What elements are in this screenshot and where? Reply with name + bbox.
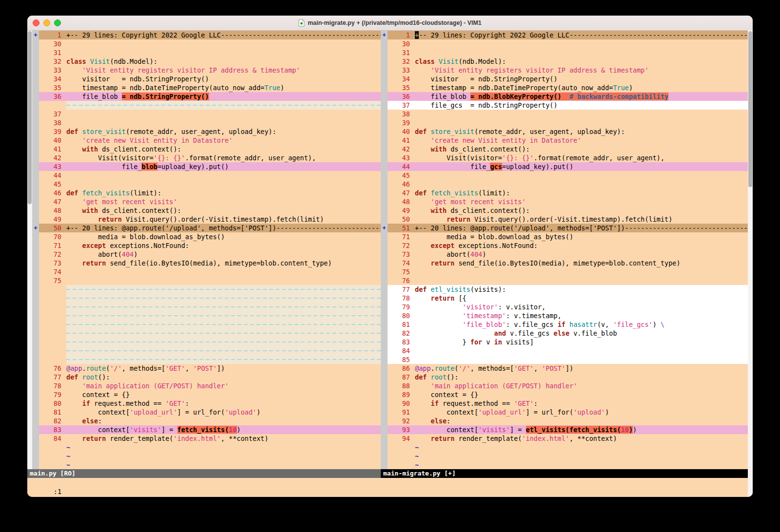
code-line[interactable]: 32class Visit(ndb.Model): [381, 57, 753, 66]
code-line[interactable]: 94 return render_template('index.html', … [381, 434, 753, 443]
code-line[interactable]: 75 [381, 267, 753, 276]
code-line[interactable]: 80 if request.method == 'GET': [32, 399, 381, 408]
code-line[interactable]: 76@app.route('/', methods=['GET', 'POST'… [32, 364, 381, 373]
code-line[interactable]: 93 context['visits'] = etl_visits(fetch_… [381, 425, 753, 434]
code-line[interactable]: 78 'main application (GET/POST) handler' [32, 381, 381, 390]
code-line[interactable]: 82 and v.file_gcs else v.file_blob [381, 329, 753, 338]
code-line[interactable]: 84 [381, 346, 753, 355]
code-line[interactable]: 41 with ds_client.context(): [32, 145, 381, 153]
code-line[interactable]: 33 'Visit entity registers visitor IP ad… [381, 66, 753, 75]
code-line[interactable]: 77def root(): [32, 373, 381, 381]
code-line[interactable]: 41 'create new Visit entity in Datastore… [381, 136, 753, 145]
code-line[interactable]: 47 'get most recent visits' [32, 197, 381, 206]
code-line[interactable]: 82 else: [32, 417, 381, 425]
code-line[interactable]: 30 [32, 39, 381, 48]
code-line[interactable]: 83 context['visits'] = fetch_visits(10) [32, 425, 381, 434]
code-line[interactable]: 34 visitor = ndb.StringProperty() [32, 75, 381, 83]
minimize-button[interactable] [43, 19, 50, 26]
code-line[interactable]: 36 file_blob = ndb.BlobKeyProperty() # b… [381, 92, 753, 101]
right-scrollbar-thumb[interactable] [748, 31, 752, 187]
code-line[interactable]: 77def etl_visits(visits): [381, 285, 753, 294]
code-line[interactable]: 73 abort(404) [381, 250, 753, 259]
code-line[interactable]: 43 file_blob=upload_key).put() [32, 162, 381, 171]
code-line[interactable]: 79 context = {} [32, 390, 381, 399]
statusline-main-py[interactable]: main.py [RO] [27, 469, 381, 478]
left-scrollbar-thumb[interactable] [28, 31, 32, 204]
code-line[interactable]: 84 return render_template('index.html', … [32, 434, 381, 443]
fold-indicator-icon[interactable]: + [32, 31, 39, 39]
code-line[interactable]: 40def store_visit(remote_addr, user_agen… [381, 127, 753, 136]
code-line[interactable]: 74 return send_file(io.BytesIO(media), m… [381, 259, 753, 267]
code-line[interactable]: 33 'Visit entity registers visitor IP ad… [32, 66, 381, 75]
code-line[interactable]: 43 Visit(visitor='{}: {}'.format(remote_… [381, 153, 753, 162]
code-line[interactable]: 45 [32, 180, 381, 189]
code-line[interactable]: 87def root(): [381, 373, 753, 381]
code-line[interactable]: 39 [381, 118, 753, 127]
right-scrollbar[interactable] [748, 30, 753, 497]
zoom-button[interactable] [54, 19, 61, 26]
code-line[interactable]: 72 except exceptions.NotFound: [381, 241, 753, 250]
code-line[interactable]: 50 return Visit.query().order(-Visit.tim… [381, 215, 753, 224]
fold-indicator-icon[interactable]: + [32, 224, 39, 232]
code-line[interactable]: 86@app.route('/', methods=['GET', 'POST'… [381, 364, 753, 373]
code-line[interactable]: 79 'visitor': v.visitor, [381, 303, 753, 311]
code-line[interactable]: 46 [381, 180, 753, 189]
code-line[interactable]: 91 context['upload_url'] = url_for('uplo… [381, 408, 753, 417]
code-line[interactable]: 49 with ds_client.context(): [381, 206, 753, 215]
statusline-main-migrate-py[interactable]: main-migrate.py [+] [381, 469, 753, 478]
code-line[interactable]: 35 timestamp = ndb.DateTimeProperty(auto… [32, 83, 381, 92]
code-line[interactable]: 31 [381, 48, 753, 57]
code-line[interactable]: 74 [32, 267, 381, 276]
code-line[interactable]: +50+-- 20 lines: @app.route('/upload', m… [32, 224, 381, 232]
code-line[interactable]: 37 file_gcs = ndb.StringProperty() [381, 101, 753, 110]
code-line[interactable]: 78 return [{ [381, 294, 753, 303]
code-line[interactable]: 71 media = blob.download_as_bytes() [381, 232, 753, 241]
code-line[interactable]: 92 else: [381, 417, 753, 425]
code-line[interactable]: 46def fetch_visits(limit): [32, 189, 381, 197]
code-line[interactable]: 31 [32, 48, 381, 57]
code-line[interactable]: 85 [381, 355, 753, 364]
code-line[interactable]: 38 [32, 118, 381, 127]
code-line[interactable]: 49 return Visit.query().order(-Visit.tim… [32, 215, 381, 224]
line-number: 33 [39, 66, 66, 75]
code-line[interactable]: 40 'create new Visit entity in Datastore… [32, 136, 381, 145]
code-line[interactable]: 72 abort(404) [32, 250, 381, 259]
fold-indicator-icon[interactable]: + [381, 31, 388, 39]
code-line[interactable]: 81 context['upload_url'] = url_for('uplo… [32, 408, 381, 417]
code-line[interactable]: 76 [381, 276, 753, 285]
code-line[interactable]: 37 [32, 110, 381, 118]
code-line[interactable]: 38 [381, 110, 753, 118]
code-line[interactable]: 47def fetch_visits(limit): [381, 189, 753, 197]
code-line[interactable]: 70 media = blob.download_as_bytes() [32, 232, 381, 241]
code-line[interactable]: 48 'get most recent visits' [381, 197, 753, 206]
code-line[interactable]: 90 if request.method == 'GET': [381, 399, 753, 408]
code-line[interactable]: 32class Visit(ndb.Model): [32, 57, 381, 66]
command-line[interactable]: :1 [27, 478, 753, 497]
code-line[interactable]: 73 return send_file(io.BytesIO(media), m… [32, 259, 381, 267]
code-line[interactable]: 42 with ds_client.context(): [381, 145, 753, 153]
close-button[interactable] [33, 19, 39, 26]
code-line[interactable]: 39def store_visit(remote_addr, user_agen… [32, 127, 381, 136]
code-line[interactable]: 30 [381, 39, 753, 48]
code-line[interactable]: +1+-- 29 lines: Copyright 2022 Google LL… [32, 31, 381, 39]
code-line[interactable]: 34 visitor = ndb.StringProperty() [381, 75, 753, 83]
code-line[interactable]: +51+-- 20 lines: @app.route('/upload', m… [381, 224, 753, 232]
code-line[interactable]: 42 Visit(visitor='{}: {}'.format(remote_… [32, 153, 381, 162]
line-number: 31 [388, 48, 415, 57]
left-scrollbar[interactable] [27, 31, 32, 469]
fold-indicator-icon[interactable]: + [381, 224, 388, 232]
code-line[interactable]: 75 [32, 276, 381, 285]
code-line[interactable]: 48 with ds_client.context(): [32, 206, 381, 215]
code-line[interactable]: 83 } for v in visits] [381, 338, 753, 346]
code-line[interactable]: 44 file_gcs=upload_key).put() [381, 162, 753, 171]
code-line[interactable]: 80 'timestamp': v.timestamp, [381, 311, 753, 320]
code-line[interactable]: 71 except exceptions.NotFound: [32, 241, 381, 250]
code-line[interactable]: 89 context = {} [381, 390, 753, 399]
code-line[interactable]: 36 file_blob = ndb.StringProperty() [32, 92, 381, 101]
code-line[interactable]: 81 'file_blob': v.file_gcs if hasattr(v,… [381, 320, 753, 329]
code-line[interactable]: +1+-- 29 lines: Copyright 2022 Google LL… [381, 31, 753, 39]
code-line[interactable]: 88 'main application (GET/POST) handler' [381, 381, 753, 390]
code-line[interactable]: 35 timestamp = ndb.DateTimeProperty(auto… [381, 83, 753, 92]
code-line[interactable]: 45 [381, 171, 753, 180]
code-line[interactable]: 44 [32, 171, 381, 180]
